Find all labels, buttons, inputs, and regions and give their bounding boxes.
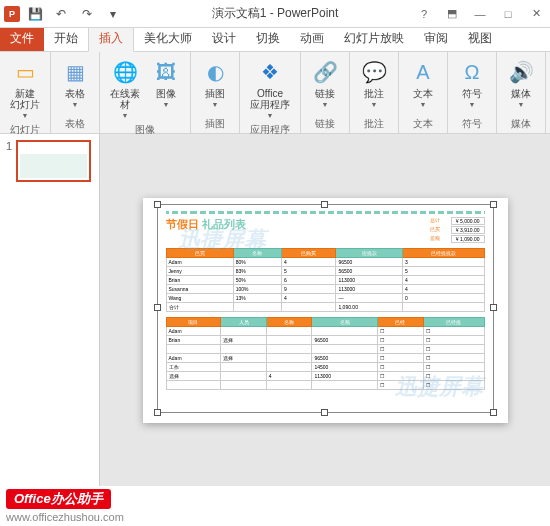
- brand-url: www.officezhushou.com: [6, 511, 544, 523]
- dropdown-icon: ▼: [420, 101, 427, 108]
- resize-handle[interactable]: [154, 409, 161, 416]
- tab-transition[interactable]: 切换: [246, 26, 290, 51]
- minimize-button[interactable]: —: [466, 2, 494, 26]
- dropdown-icon: ▼: [212, 101, 219, 108]
- new-slide-button[interactable]: ▭新建 幻灯片▼: [6, 56, 44, 121]
- group-label: 链接: [315, 115, 335, 131]
- ribbon-group: ◐插图▼插图: [191, 52, 240, 133]
- title-bar: P 💾 ↶ ↷ ▾ 演示文稿1 - PowerPoint ? ⬒ — □ ✕: [0, 0, 550, 28]
- ribbon: ▭新建 幻灯片▼幻灯片▦表格▼表格🌐在线素 材▼🖼图像▼图像◐插图▼插图❖Off…: [0, 52, 550, 134]
- group-label: 批注: [364, 115, 384, 131]
- button-label: 表格: [65, 88, 85, 99]
- button-label: 插图: [205, 88, 225, 99]
- tab-file[interactable]: 文件: [0, 26, 44, 51]
- resize-handle[interactable]: [490, 409, 497, 416]
- data-table-1: 已完名称已购买应提款已经提提款Adam80%4965003Jenny83%556…: [166, 248, 485, 312]
- button-label: 媒体: [511, 88, 531, 99]
- text-button[interactable]: A文本▼: [405, 56, 441, 110]
- maximize-button[interactable]: □: [494, 2, 522, 26]
- ribbon-tabs: 文件 开始 插入 美化大师 设计 切换 动画 幻灯片放映 审阅 视图: [0, 28, 550, 52]
- qat-redo[interactable]: ↷: [76, 3, 98, 25]
- illust-button[interactable]: ◐插图▼: [197, 56, 233, 110]
- tab-slideshow[interactable]: 幻灯片放映: [334, 26, 414, 51]
- office-apps-button[interactable]: ❖Office 应用程序▼: [246, 56, 294, 121]
- dropdown-icon: ▼: [22, 112, 29, 119]
- illust-icon: ◐: [201, 58, 229, 86]
- qat-more[interactable]: ▾: [102, 3, 124, 25]
- resize-handle[interactable]: [154, 201, 161, 208]
- group-label: 文本: [413, 115, 433, 131]
- slide: 迅捷屏幕 迅捷屏幕 节假日 礼品列表 总计¥ 5,000.00已买¥ 3,910…: [143, 198, 508, 423]
- ribbon-group: 🔊媒体▼媒体: [497, 52, 546, 133]
- tab-home[interactable]: 开始: [44, 26, 88, 51]
- group-label: 媒体: [511, 115, 531, 131]
- qat-undo[interactable]: ↶: [50, 3, 72, 25]
- resize-handle[interactable]: [490, 304, 497, 311]
- link-icon: 🔗: [311, 58, 339, 86]
- tab-review[interactable]: 审阅: [414, 26, 458, 51]
- ribbon-group: ❖Office 应用程序▼应用程序: [240, 52, 301, 133]
- tab-animation[interactable]: 动画: [290, 26, 334, 51]
- button-label: 批注: [364, 88, 384, 99]
- ribbon-group: Ω符号▼符号: [448, 52, 497, 133]
- dropdown-icon: ▼: [322, 101, 329, 108]
- ribbon-group: 💬批注▼批注: [350, 52, 399, 133]
- symbol-button[interactable]: Ω符号▼: [454, 56, 490, 110]
- group-label: 表格: [65, 115, 85, 131]
- slide-canvas[interactable]: 迅捷屏幕 迅捷屏幕 节假日 礼品列表 总计¥ 5,000.00已买¥ 3,910…: [100, 134, 550, 486]
- table-button[interactable]: ▦表格▼: [57, 56, 93, 110]
- resize-handle[interactable]: [321, 201, 328, 208]
- close-button[interactable]: ✕: [522, 2, 550, 26]
- resize-handle[interactable]: [154, 304, 161, 311]
- button-label: 符号: [462, 88, 482, 99]
- brand-badge: Office办公助手: [6, 489, 111, 509]
- ribbon-group: ▦表格▼表格: [51, 52, 100, 133]
- dropdown-icon: ▼: [122, 112, 129, 119]
- text-icon: A: [409, 58, 437, 86]
- resize-handle[interactable]: [321, 409, 328, 416]
- qat-save[interactable]: 💾: [24, 3, 46, 25]
- dropdown-icon: ▼: [469, 101, 476, 108]
- group-label: 插图: [205, 115, 225, 131]
- dropdown-icon: ▼: [371, 101, 378, 108]
- button-label: 文本: [413, 88, 433, 99]
- tab-view[interactable]: 视图: [458, 26, 502, 51]
- new-slide-icon: ▭: [11, 58, 39, 86]
- symbol-icon: Ω: [458, 58, 486, 86]
- dropdown-icon: ▼: [267, 112, 274, 119]
- dropdown-icon: ▼: [518, 101, 525, 108]
- data-table-2: 项目人员名称名额已经已经提Adam☐☐Brian选择96500☐☐☐☐Adam选…: [166, 317, 485, 390]
- table-icon: ▦: [61, 58, 89, 86]
- workspace: 1 迅捷屏幕 迅捷屏幕 节假日 礼品列表: [0, 134, 550, 486]
- summary-table: 总计¥ 5,000.00已买¥ 3,910.00差额¥ 1,090.00: [430, 217, 485, 244]
- resize-handle[interactable]: [490, 201, 497, 208]
- dropdown-icon: ▼: [72, 101, 79, 108]
- ribbon-group: 🌐在线素 材▼🖼图像▼图像: [100, 52, 191, 133]
- embedded-object[interactable]: 迅捷屏幕 迅捷屏幕 节假日 礼品列表 总计¥ 5,000.00已买¥ 3,910…: [157, 204, 494, 413]
- media-icon: 🔊: [507, 58, 535, 86]
- footer-branding: Office办公助手 www.officezhushou.com: [0, 486, 550, 526]
- button-label: 在线素 材: [110, 88, 140, 110]
- tab-design[interactable]: 设计: [202, 26, 246, 51]
- slide-thumbnails-panel: 1: [0, 134, 100, 486]
- ribbon-group: ▭新建 幻灯片▼幻灯片: [0, 52, 51, 133]
- button-label: 新建 幻灯片: [10, 88, 40, 110]
- media-button[interactable]: 🔊媒体▼: [503, 56, 539, 110]
- ribbon-toggle[interactable]: ⬒: [438, 2, 466, 26]
- online-icon: 🌐: [111, 58, 139, 86]
- help-button[interactable]: ?: [410, 2, 438, 26]
- link-button[interactable]: 🔗链接▼: [307, 56, 343, 110]
- window-title: 演示文稿1 - PowerPoint: [212, 5, 339, 22]
- embedded-document: 节假日 礼品列表 总计¥ 5,000.00已买¥ 3,910.00差额¥ 1,0…: [158, 205, 493, 401]
- slide-thumbnail-1[interactable]: [16, 140, 91, 182]
- dropdown-icon: ▼: [163, 101, 170, 108]
- image-button[interactable]: 🖼图像▼: [148, 56, 184, 110]
- comment-button[interactable]: 💬批注▼: [356, 56, 392, 110]
- ribbon-group: 🔗链接▼链接: [301, 52, 350, 133]
- online-button[interactable]: 🌐在线素 材▼: [106, 56, 144, 121]
- tab-insert[interactable]: 插入: [88, 25, 134, 52]
- button-label: 图像: [156, 88, 176, 99]
- tab-beautify[interactable]: 美化大师: [134, 26, 202, 51]
- button-label: Office 应用程序: [250, 88, 290, 110]
- app-icon: P: [4, 6, 20, 22]
